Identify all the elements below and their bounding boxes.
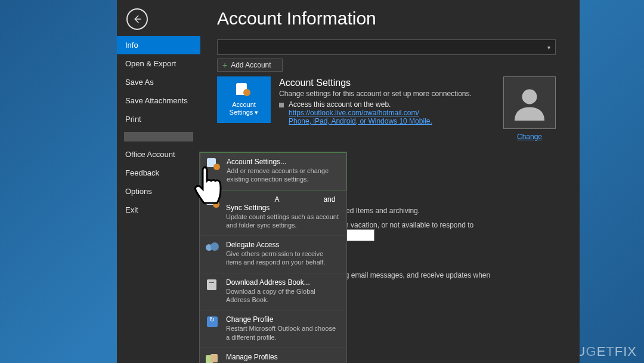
nav-save-attachments[interactable]: Save Attachments <box>117 91 200 110</box>
add-account-button[interactable]: + Add Account <box>217 59 283 72</box>
nav-list: Info Open & Export Save As Save Attachme… <box>117 36 200 219</box>
menu-item-desc: Give others permission to receive items … <box>226 250 340 267</box>
nav-options[interactable]: Options <box>117 182 200 201</box>
menu-item-desc: Update count settings such as account an… <box>226 213 340 230</box>
caret-down-icon: ▾ <box>255 109 258 116</box>
menu-item-desc: Add or remove accounts or change existin… <box>227 167 340 184</box>
nav-divider <box>124 132 193 141</box>
menu-item-title: Delegate Access <box>226 241 340 249</box>
owa-link[interactable]: https://outlook.live.com/owa/hotmail.com… <box>289 109 419 117</box>
menu-download-address-book[interactable]: Download Address Book... Download a copy… <box>200 273 346 311</box>
backstage-sidebar: Info Open & Export Save As Save Attachme… <box>117 0 200 363</box>
account-settings-icon <box>235 83 253 99</box>
menu-item-desc: Restart Microsoft Outlook and choose a d… <box>226 324 340 342</box>
nav-open-export[interactable]: Open & Export <box>117 54 200 73</box>
menu-change-profile[interactable]: Change Profile Restart Microsoft Outlook… <box>200 310 346 348</box>
avatar-box: Change <box>500 76 559 141</box>
menu-item-desc: Download a copy of the Global Address Bo… <box>226 287 340 304</box>
add-account-label: Add Account <box>231 61 271 69</box>
watermark: UGETFIX <box>576 344 637 359</box>
account-settings-button[interactable]: Account Settings ▾ <box>217 76 271 123</box>
nav-save-as[interactable]: Save As <box>117 73 200 91</box>
menu-account-settings[interactable]: Account Settings... Add or remove accoun… <box>200 152 346 190</box>
menu-item-title: Account Settings... <box>227 158 340 166</box>
sync-settings-icon <box>206 195 220 208</box>
menu-manage-profiles[interactable]: Manage Profiles Add and remove profiles … <box>200 348 346 363</box>
delegate-icon <box>206 241 220 254</box>
change-avatar-link[interactable]: Change <box>517 133 542 141</box>
nav-print[interactable]: Print <box>117 110 200 128</box>
svg-point-0 <box>522 90 537 104</box>
address-book-icon <box>206 278 220 291</box>
avatar-image <box>503 76 556 129</box>
acct-btn-line1: Account <box>232 101 256 108</box>
acct-btn-line2: Settings <box>230 109 253 116</box>
menu-item-title: Account Name and Sync SettingsAccount Na… <box>226 195 340 212</box>
menu-item-title: Change Profile <box>226 315 340 324</box>
menu-item-title: Manage Profiles <box>226 353 340 361</box>
account-dropdown[interactable] <box>217 39 556 55</box>
back-button[interactable] <box>126 8 148 30</box>
account-settings-row: Account Settings ▾ Account Settings Chan… <box>217 76 563 125</box>
outlook-window: Info Open & Export Save As Save Attachme… <box>117 0 580 363</box>
nav-exit[interactable]: Exit <box>117 201 200 219</box>
acct-bullet-text: Access this account on the web. <box>289 100 391 109</box>
bullet-icon <box>279 103 284 107</box>
menu-sync-settings[interactable]: Account Name and Sync SettingsAccount Na… <box>200 190 346 236</box>
back-arrow-icon <box>132 14 143 24</box>
manage-profiles-icon <box>206 353 220 363</box>
change-profile-icon <box>206 315 220 328</box>
account-settings-menu: Account Settings... Add or remove accoun… <box>199 152 347 363</box>
account-settings-icon <box>206 158 221 171</box>
person-icon <box>512 85 547 121</box>
menu-item-title: Download Address Book... <box>226 278 340 287</box>
menu-delegate-access[interactable]: Delegate Access Give others permission t… <box>200 236 346 273</box>
page-title: Account Information <box>217 8 563 29</box>
nav-feedback[interactable]: Feedback <box>117 164 200 182</box>
plus-icon: + <box>222 60 227 70</box>
nav-info[interactable]: Info <box>117 36 200 54</box>
nav-office-account[interactable]: Office Account <box>117 145 200 164</box>
